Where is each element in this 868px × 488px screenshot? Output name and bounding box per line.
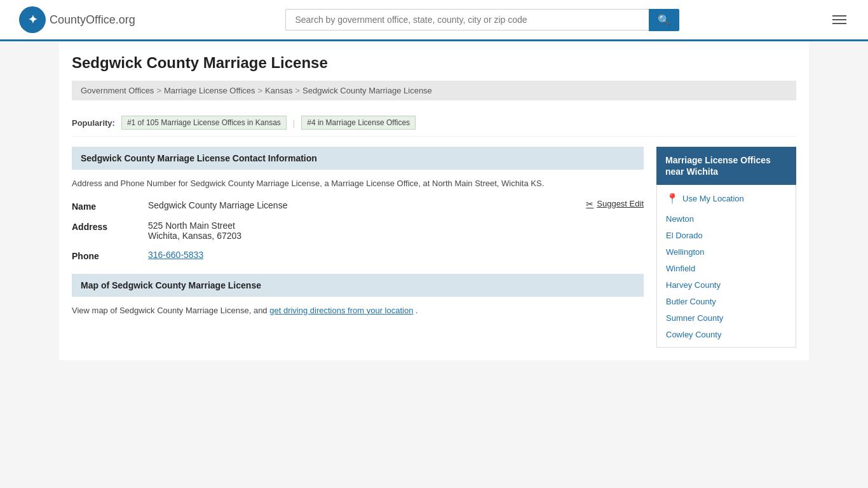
menu-button[interactable] [830, 13, 849, 27]
breadcrumb-sep-2: > [258, 86, 263, 95]
sidebar-link-winfield[interactable]: Winfield [666, 264, 695, 273]
sidebar: Marriage License Offices near Wichita 📍 … [656, 147, 796, 348]
menu-line-3 [832, 23, 846, 24]
breadcrumb-gov-offices[interactable]: Government Offices [81, 86, 154, 95]
map-desc-end: . [416, 306, 418, 315]
contact-section: Sedgwick County Marriage License Contact… [72, 147, 644, 261]
address-line-2: Wichita, Kansas, 67203 [148, 231, 644, 241]
breadcrumb-kansas[interactable]: Kansas [265, 86, 292, 95]
list-item: Harvey County [666, 280, 787, 290]
popularity-label: Popularity: [72, 118, 115, 128]
sidebar-link-sumner-county[interactable]: Sumner County [666, 313, 723, 323]
phone-label: Phone [72, 250, 148, 261]
content-layout: Sedgwick County Marriage License Contact… [72, 147, 796, 348]
search-input[interactable] [285, 9, 649, 30]
breadcrumb: Government Offices > Marriage License Of… [72, 81, 796, 100]
logo-icon: ✦ [19, 6, 46, 33]
site-header: ✦ CountyOffice.org 🔍 [0, 0, 868, 41]
name-value: Sedgwick County Marriage License [148, 200, 287, 210]
list-item: Winfield [666, 263, 787, 273]
breadcrumb-current: Sedgwick County Marriage License [302, 86, 432, 95]
page-title: Sedgwick County Marriage License [72, 54, 796, 72]
sidebar-link-butler-county[interactable]: Butler County [666, 297, 716, 306]
search-icon: 🔍 [658, 15, 670, 25]
popularity-rank-1: #1 of 105 Marriage License Offices in Ka… [121, 116, 287, 130]
address-label: Address [72, 220, 148, 241]
menu-line-2 [832, 19, 846, 20]
popularity-rank-2: #4 in Marriage License Offices [301, 116, 416, 130]
logo-text: CountyOffice.org [50, 13, 135, 27]
sidebar-header-line1: Marriage License Offices [665, 155, 771, 165]
contact-section-desc: Address and Phone Number for Sedgwick Co… [72, 177, 644, 190]
logo-suffix: .org [116, 13, 135, 26]
sidebar-header-line2: near Wichita [665, 166, 718, 177]
use-location-link[interactable]: 📍 Use My Location [666, 193, 787, 205]
breadcrumb-sep-1: > [156, 86, 161, 95]
list-item: Newton [666, 214, 787, 224]
list-item: Cowley County [666, 329, 787, 339]
list-item: Sumner County [666, 313, 787, 323]
list-item: Wellington [666, 247, 787, 257]
phone-link[interactable]: 316-660-5833 [148, 250, 203, 260]
sidebar-header: Marriage License Offices near Wichita [656, 147, 796, 185]
sidebar-link-newton[interactable]: Newton [666, 214, 694, 224]
breadcrumb-marriage-license[interactable]: Marriage License Offices [164, 86, 255, 95]
suggest-edit-button[interactable]: ✂ Suggest Edit [586, 199, 644, 209]
search-button[interactable]: 🔍 [649, 9, 679, 31]
edit-icon: ✂ [586, 199, 593, 209]
location-pin-icon: 📍 [666, 193, 679, 205]
map-section-header: Map of Sedgwick County Marriage License [72, 274, 644, 297]
contact-info-grid: Name Sedgwick County Marriage License ✂ … [72, 200, 644, 261]
main-content: Sedgwick County Marriage License Contact… [72, 147, 644, 316]
breadcrumb-sep-3: > [295, 86, 300, 95]
contact-section-header: Sedgwick County Marriage License Contact… [72, 147, 644, 170]
sidebar-link-harvey-county[interactable]: Harvey County [666, 280, 721, 290]
driving-directions-link[interactable]: get driving directions from your locatio… [269, 306, 413, 315]
sidebar-link-cowley-county[interactable]: Cowley County [666, 330, 721, 339]
sidebar-content: 📍 Use My Location Newton El Dorado Welli… [656, 185, 796, 348]
address-line-1: 525 North Main Street [148, 220, 644, 231]
sidebar-link-wellington[interactable]: Wellington [666, 247, 704, 257]
list-item: El Dorado [666, 230, 787, 240]
sidebar-link-el-dorado[interactable]: El Dorado [666, 231, 703, 240]
map-section: Map of Sedgwick County Marriage License … [72, 274, 644, 317]
search-area: 🔍 [285, 9, 679, 31]
map-desc-start: View map of Sedgwick County Marriage Lic… [72, 306, 268, 315]
address-value: 525 North Main Street Wichita, Kansas, 6… [148, 220, 644, 241]
menu-line-1 [832, 15, 846, 17]
logo-brand: CountyOffice [50, 13, 116, 26]
use-location-label: Use My Location [682, 194, 744, 203]
logo-area: ✦ CountyOffice.org [19, 6, 135, 33]
map-description: View map of Sedgwick County Marriage Lic… [72, 304, 644, 317]
main-wrapper: Sedgwick County Marriage License Governm… [59, 41, 809, 360]
list-item: Butler County [666, 296, 787, 306]
name-row: Sedgwick County Marriage License ✂ Sugge… [148, 200, 644, 212]
popularity-bar: Popularity: #1 of 105 Marriage License O… [72, 109, 796, 137]
name-label: Name [72, 200, 148, 212]
phone-value: 316-660-5833 [148, 250, 644, 261]
popularity-divider: | [293, 118, 295, 128]
sidebar-nearby-list: Newton El Dorado Wellington Winfield Har… [666, 214, 787, 339]
suggest-edit-label: Suggest Edit [597, 199, 644, 208]
